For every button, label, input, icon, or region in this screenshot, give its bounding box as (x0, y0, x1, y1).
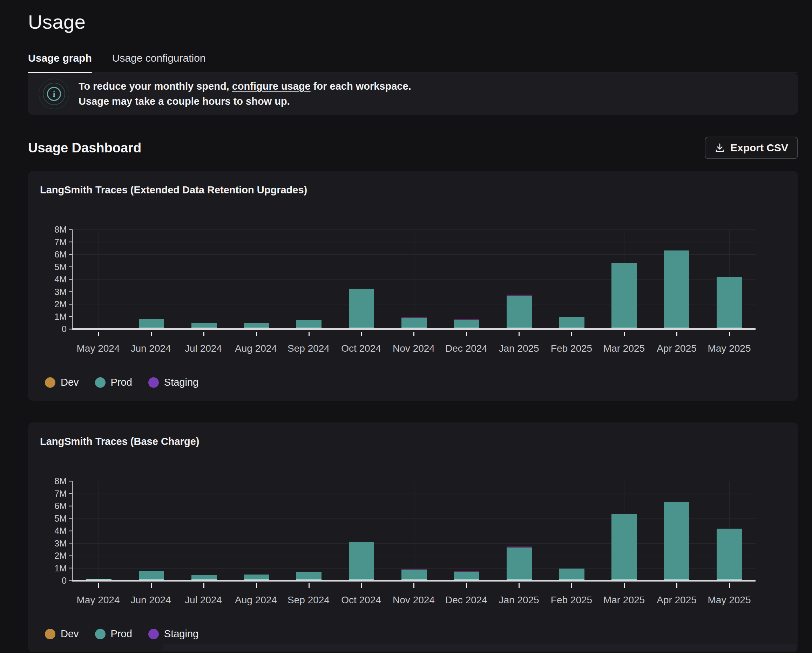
legend-dot-dev (45, 629, 55, 639)
legend-item-prod[interactable]: Prod (95, 377, 132, 388)
legend-item-staging[interactable]: Staging (148, 377, 198, 388)
x-axis-tick-mark (414, 583, 414, 588)
configure-usage-link[interactable]: configure usage (232, 81, 311, 92)
x-axis-label: May 2025 (703, 595, 756, 606)
stacked-bar (559, 569, 585, 580)
x-axis-tick-mark (676, 332, 678, 336)
y-axis-tick: 3M (54, 286, 72, 297)
legend-item-prod[interactable]: Prod (95, 628, 132, 640)
export-csv-button[interactable]: Export CSV (705, 137, 798, 159)
y-axis-tick-label: 0 (62, 575, 67, 586)
x-axis-label: Mar 2025 (598, 343, 650, 354)
x-axis-ticks (73, 583, 756, 588)
chart-plot-area: 8M7M6M5M4M3M2M1M0 (38, 230, 788, 329)
y-axis: 8M7M6M5M4M3M2M1M0 (38, 230, 72, 329)
bar-slot (703, 529, 756, 580)
y-axis-tick-label: 5M (54, 262, 67, 272)
tab-usage-graph[interactable]: Usage graph (28, 52, 92, 73)
y-axis-tick: 6M (54, 501, 72, 511)
x-axis-tick-mark (624, 332, 625, 336)
download-icon (714, 143, 725, 153)
legend-dot-staging (148, 377, 159, 388)
x-axis-tick-slot (230, 583, 283, 588)
x-axis-tick-slot (282, 583, 335, 588)
x-axis-label: Dec 2024 (440, 595, 493, 606)
y-axis-tick-label: 5M (54, 513, 67, 524)
legend-label: Staging (164, 628, 198, 640)
x-axis-tick-mark (571, 332, 572, 336)
stacked-bar (454, 319, 479, 329)
x-axis-line (72, 580, 756, 581)
y-axis-tick-label: 2M (54, 551, 67, 561)
bar-slot (650, 502, 703, 580)
x-axis-tick-slot (282, 332, 335, 336)
y-axis-tick-label: 2M (54, 299, 67, 309)
x-axis-ticks (73, 332, 756, 336)
bar-segment-prod (612, 263, 637, 329)
export-csv-label: Export CSV (730, 142, 788, 154)
tab-bar: Usage graph Usage configuration (28, 52, 798, 73)
y-axis-tick-label: 8M (54, 476, 67, 486)
legend-item-dev[interactable]: Dev (45, 377, 79, 388)
x-axis-tick-mark (519, 583, 520, 588)
y-axis-tick-mark (69, 481, 72, 481)
bar-segment-prod (664, 251, 689, 329)
legend-item-dev[interactable]: Dev (45, 628, 79, 640)
x-axis-tick-mark (519, 332, 520, 336)
x-axis-tick-mark (729, 583, 730, 588)
y-axis-tick-mark (69, 518, 72, 519)
bar-slot (493, 295, 546, 329)
x-axis-label: Jan 2025 (493, 343, 545, 354)
bar-slot (546, 317, 598, 329)
x-axis-tick-slot (598, 583, 650, 588)
stacked-bar (612, 514, 637, 580)
bar-segment-prod (559, 569, 585, 580)
legend-label: Staging (164, 377, 198, 388)
y-axis-tick-mark (69, 242, 72, 242)
legend-label: Prod (111, 377, 132, 388)
x-axis-tick-mark (308, 583, 310, 588)
y-axis-tick: 8M (54, 476, 72, 486)
stacked-bar (717, 529, 742, 580)
y-axis-tick: 4M (54, 274, 72, 285)
chart-title: LangSmith Traces (Base Charge) (40, 436, 788, 448)
x-axis-label: Feb 2025 (545, 595, 598, 606)
chart-legend: DevProdStaging (45, 628, 788, 640)
chart-card-base-charge: LangSmith Traces (Base Charge) 8M7M6M5M4… (28, 423, 798, 652)
legend-label: Dev (61, 628, 79, 640)
x-axis-tick-slot (125, 332, 178, 336)
y-axis-tick: 7M (54, 237, 72, 247)
bar-slot (388, 569, 440, 580)
y-axis-tick-label: 6M (54, 250, 67, 260)
legend-item-staging[interactable]: Staging (148, 628, 198, 640)
y-axis-tick: 6M (54, 250, 72, 260)
y-axis-tick-label: 6M (54, 501, 67, 511)
stacked-bar (139, 319, 164, 329)
x-axis-tick-slot (335, 332, 388, 336)
x-axis-label: Mar 2025 (598, 595, 650, 606)
bar-segment-prod (349, 542, 374, 580)
stacked-bar (664, 251, 689, 329)
bar-segment-prod (717, 277, 742, 329)
info-banner: i To reduce your monthly spend, configur… (28, 73, 798, 115)
tab-usage-configuration[interactable]: Usage configuration (112, 52, 206, 73)
x-axis-tick-mark (729, 332, 730, 336)
y-axis-tick-mark (69, 493, 72, 494)
y-axis-tick-mark (69, 304, 72, 304)
x-axis-tick-mark (256, 583, 257, 588)
y-axis-tick: 2M (54, 551, 72, 561)
bar-slot (546, 569, 598, 580)
x-axis-tick-slot (650, 332, 703, 336)
y-axis-tick: 5M (54, 262, 72, 272)
banner-line-1: To reduce your monthly spend, configure … (79, 79, 411, 94)
x-axis-label: Sep 2024 (282, 343, 335, 354)
x-axis-tick-mark (98, 583, 99, 588)
y-axis-tick-mark (69, 568, 72, 569)
bar-slot (282, 572, 335, 580)
y-axis-tick-label: 1M (54, 311, 67, 321)
bar-segment-prod (507, 296, 532, 329)
x-axis-tick-slot (388, 332, 440, 336)
bar-slot (282, 320, 335, 329)
banner-text: To reduce your monthly spend, configure … (79, 79, 411, 109)
y-axis-tick: 7M (54, 489, 72, 499)
